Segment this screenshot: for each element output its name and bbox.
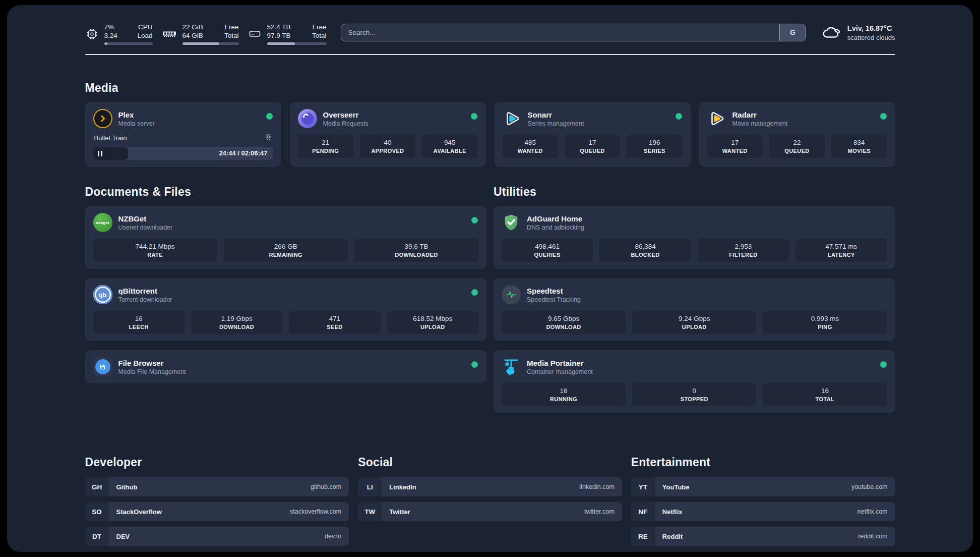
stat-tile: 2,953 FILTERED	[698, 239, 789, 262]
stat-value: 16	[765, 386, 885, 395]
stat-value: 1.19 Gbps	[193, 314, 280, 323]
online-status-dot	[471, 217, 478, 224]
bookmark-badge: RE	[631, 527, 655, 546]
stat-value: 471	[291, 314, 378, 323]
stat-value: 86,384	[601, 242, 689, 251]
search-bar[interactable]: G	[341, 24, 806, 41]
memory-free-label: Free	[225, 23, 239, 31]
weather-condition: scattered clouds	[847, 33, 895, 42]
app-card-nzbget[interactable]: nzbget NZBGet Usenet downloader 744.21 M…	[85, 206, 487, 269]
stat-tile: 17 WANTED	[707, 135, 763, 158]
bookmark-reddit[interactable]: RE Reddit reddit.com	[631, 527, 895, 546]
adguard-icon	[502, 213, 521, 232]
app-description: Media Requests	[323, 120, 369, 127]
system-stats: 7% CPU 3.24 Load	[85, 23, 327, 45]
bookmark-linkedin[interactable]: LI LinkedIn linkedin.com	[358, 477, 622, 496]
stat-value: 266 GB	[226, 242, 346, 251]
stat-value: 39.6 TB	[356, 242, 476, 251]
dashboard-panel: 7% CPU 3.24 Load	[7, 5, 973, 552]
bookmark-twitter[interactable]: TW Twitter twitter.com	[358, 502, 622, 521]
bookmark-name: YouTube	[662, 483, 690, 491]
pause-icon[interactable]	[98, 151, 102, 156]
stat-label: QUERIES	[504, 252, 591, 258]
online-status-dot	[676, 113, 682, 120]
app-card-speedtest[interactable]: Speedtest Speedtest Tracking 9.65 Gbps D…	[494, 278, 895, 341]
disk-stats: 52.4 TB Free 97.9 TB Total	[248, 23, 327, 45]
cpu-icon	[85, 27, 99, 41]
playback-time: 24:44 / 02:06:47	[219, 147, 267, 160]
section-title-entertainment: Entertainment	[631, 456, 895, 469]
stat-value: 17	[709, 138, 761, 147]
app-card-overseerr[interactable]: Overseerr Media Requests 21 PENDING 40 A…	[290, 102, 486, 167]
app-card-portainer[interactable]: Media Portainer Container management 16 …	[494, 350, 895, 413]
app-card-adguard[interactable]: AdGuard Home DNS and adblocking 498,461 …	[494, 206, 895, 269]
stat-value: 618.52 Mbps	[389, 314, 476, 323]
stat-label: SEED	[291, 324, 378, 330]
search-engine-button[interactable]: G	[779, 24, 806, 41]
stat-value: 485	[505, 138, 556, 147]
session-gear-icon[interactable]	[265, 133, 272, 143]
bookmark-url: netflix.com	[858, 508, 888, 515]
app-card-plex[interactable]: Plex Media server Bullet Train 24:4	[85, 102, 281, 167]
filebrowser-icon	[93, 357, 112, 376]
bookmark-netflix[interactable]: NF Netflix netflix.com	[631, 502, 895, 521]
social-column: Social LI LinkedIn linkedin.com TW Twitt…	[358, 456, 622, 551]
documents-column: Documents & Files nzbget NZBGet Usenet d…	[85, 185, 487, 393]
stat-label: LATENCY	[798, 252, 885, 258]
section-title-utilities: Utilities	[494, 185, 895, 199]
bookmark-stackoverflow[interactable]: SO StackOverflow stackoverflow.com	[85, 502, 349, 521]
stat-tile: 834 MOVIES	[831, 135, 887, 158]
app-description: Usenet downloader	[118, 224, 173, 231]
stat-label: TOTAL	[765, 396, 885, 402]
bookmark-name: Github	[116, 483, 138, 491]
cpu-load-value: 3.24	[104, 31, 117, 40]
app-name: NZBGet	[118, 214, 173, 223]
now-playing-title: Bullet Train	[94, 134, 127, 142]
disk-total-label: Total	[312, 31, 327, 40]
app-description: Speedtest Tracking	[527, 296, 581, 303]
stat-value: 9.24 Gbps	[634, 314, 754, 323]
memory-free-value: 22 GiB	[182, 23, 203, 31]
stat-value: 0	[634, 386, 754, 395]
stat-tile: 47.571 ms LATENCY	[795, 239, 887, 262]
bookmark-url: stackoverflow.com	[290, 508, 341, 515]
speedtest-icon	[502, 285, 521, 304]
stat-label: RUNNING	[504, 396, 624, 402]
stat-value: 22	[771, 138, 823, 147]
app-description: Media File Management	[118, 368, 186, 375]
app-name: AdGuard Home	[527, 214, 584, 223]
stat-label: LEECH	[95, 324, 182, 330]
stat-tile: 16 TOTAL	[763, 383, 887, 406]
radarr-icon	[707, 109, 726, 128]
app-card-filebrowser[interactable]: File Browser Media File Management	[85, 350, 487, 383]
memory-progress-bar	[182, 42, 239, 45]
stat-tile: 21 PENDING	[298, 135, 353, 158]
bookmark-badge: NF	[631, 502, 655, 521]
bookmark-name: LinkedIn	[389, 483, 416, 491]
section-title-media: Media	[85, 81, 895, 95]
bookmark-dev[interactable]: DT DEV dev.to	[85, 527, 349, 546]
memory-total-value: 64 GiB	[182, 31, 203, 40]
stat-value: 498,461	[504, 242, 591, 251]
stat-tile: 40 APPROVED	[360, 135, 415, 158]
bookmark-github[interactable]: GH Github github.com	[85, 477, 349, 496]
playback-progress-bar[interactable]: 24:44 / 02:06:47	[93, 147, 273, 160]
disk-total-value: 97.9 TB	[267, 31, 291, 40]
stat-tile: 0 STOPPED	[632, 383, 756, 406]
cloud-icon	[821, 24, 841, 42]
app-card-radarr[interactable]: Radarr Movie management 17 WANTED 22 QUE…	[699, 102, 895, 167]
section-title-developer: Developer	[85, 456, 349, 469]
app-card-sonarr[interactable]: Sonarr Series management 485 WANTED 17 Q…	[495, 102, 691, 167]
app-name: Plex	[118, 110, 155, 119]
search-input[interactable]	[341, 24, 778, 41]
stat-value: 196	[629, 138, 680, 147]
bookmark-badge: LI	[358, 477, 382, 496]
stat-value: 2,953	[700, 242, 787, 251]
stat-value: 21	[300, 138, 351, 147]
app-card-qbittorrent[interactable]: qb qBittorrent Torrent downloader 16 LEE…	[85, 278, 487, 341]
bookmark-name: StackOverflow	[116, 508, 162, 516]
bookmark-youtube[interactable]: YT YouTube youtube.com	[631, 477, 895, 496]
app-description: DNS and adblocking	[527, 224, 584, 231]
disk-icon	[248, 28, 262, 40]
memory-total-label: Total	[224, 31, 239, 40]
